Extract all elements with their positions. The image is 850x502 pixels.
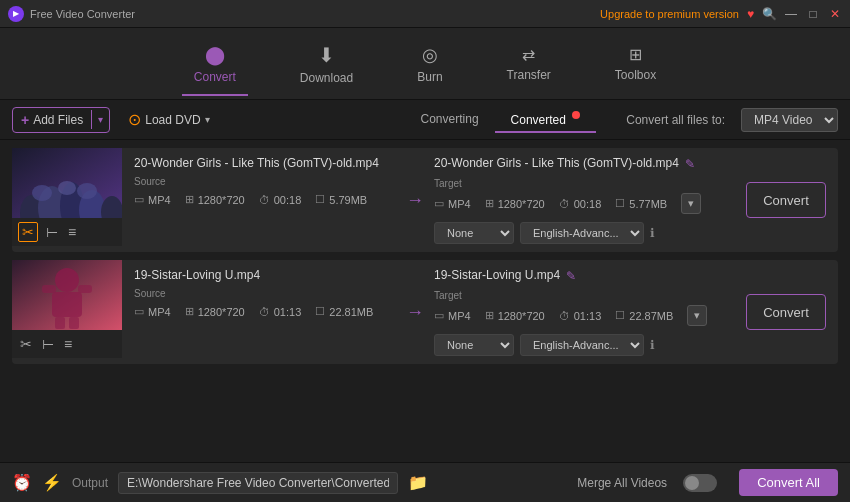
thumb-image-1 bbox=[12, 148, 122, 218]
target-format-row-1: ▭ MP4 ⊞ 1280*720 ⏱ 00:18 ☐ 5.77MB ▾ bbox=[434, 193, 734, 214]
tgt-res-icon-1: ⊞ bbox=[485, 197, 494, 210]
cut-icon-1[interactable]: ✂ bbox=[18, 222, 38, 242]
convert-all-files-label: Convert all files to: bbox=[626, 113, 725, 127]
upgrade-link[interactable]: Upgrade to premium version bbox=[600, 8, 739, 20]
bottom-bar: ⏰ ⚡ Output 📁 Merge All Videos Convert Al… bbox=[0, 462, 850, 502]
edit-icon-1[interactable]: ✎ bbox=[685, 157, 695, 171]
subtitle-row-2: None English-Advanc... ℹ bbox=[434, 334, 734, 356]
merge-label: Merge All Videos bbox=[577, 476, 667, 490]
output-path-input[interactable] bbox=[118, 472, 398, 494]
add-files-dropdown-button[interactable]: ▾ bbox=[91, 110, 109, 129]
source-label-1: Source bbox=[134, 176, 384, 187]
tgt-format-icon-2: ▭ bbox=[434, 309, 444, 322]
dur-icon-1: ⏱ bbox=[259, 194, 270, 206]
target-format-1: ▭ MP4 bbox=[434, 197, 471, 210]
info-icon-1[interactable]: ℹ bbox=[650, 226, 655, 240]
format-icon-1: ▭ bbox=[134, 193, 144, 206]
app-logo: ▶ bbox=[8, 6, 24, 22]
toolbox-nav-icon: ⊞ bbox=[629, 45, 642, 64]
audio-select-2[interactable]: English-Advanc... bbox=[520, 334, 644, 356]
load-dvd-label: Load DVD bbox=[145, 113, 200, 127]
toolbar: + Add Files ▾ ⊙ Load DVD ▾ Converting Co… bbox=[0, 100, 850, 140]
tgt-format-icon-1: ▭ bbox=[434, 197, 444, 210]
svg-point-10 bbox=[55, 268, 79, 292]
thumbnail-2: ✂ ⊢ ≡ bbox=[12, 260, 122, 364]
thumb-actions-1: ✂ ⊢ ≡ bbox=[12, 218, 122, 246]
add-files-button[interactable]: + Add Files bbox=[13, 108, 91, 132]
res-icon-1: ⊞ bbox=[185, 193, 194, 206]
source-size-2: ☐ 22.81MB bbox=[315, 305, 373, 318]
source-meta-row-1: ▭ MP4 ⊞ 1280*720 ⏱ 00:18 ☐ 5.79MB bbox=[134, 193, 384, 206]
convert-button-1[interactable]: Convert bbox=[746, 182, 826, 218]
nav-burn[interactable]: ◎ Burn bbox=[405, 38, 454, 90]
toggle-knob bbox=[685, 476, 699, 490]
source-size-1: ☐ 5.79MB bbox=[315, 193, 367, 206]
nav-download[interactable]: ⬇ Download bbox=[288, 37, 365, 91]
nav-toolbox[interactable]: ⊞ Toolbox bbox=[603, 39, 668, 88]
subtitle-select-1[interactable]: None bbox=[434, 222, 514, 244]
maximize-button[interactable]: □ bbox=[806, 7, 820, 21]
tab-converted[interactable]: Converted bbox=[495, 107, 597, 133]
tab-converting[interactable]: Converting bbox=[405, 108, 495, 132]
flash-icon[interactable]: ⚡ bbox=[42, 473, 62, 492]
add-files-group: + Add Files ▾ bbox=[12, 107, 110, 133]
download-nav-icon: ⬇ bbox=[318, 43, 335, 67]
subtitle-select-2[interactable]: None bbox=[434, 334, 514, 356]
edit-icon-2[interactable]: ✎ bbox=[566, 269, 576, 283]
tgt-res-icon-2: ⊞ bbox=[485, 309, 494, 322]
format-icon-2: ▭ bbox=[134, 305, 144, 318]
merge-toggle[interactable] bbox=[683, 474, 717, 492]
close-button[interactable]: ✕ bbox=[828, 7, 842, 21]
nav-convert[interactable]: ⬤ Convert bbox=[182, 38, 248, 90]
audio-select-1[interactable]: English-Advanc... bbox=[520, 222, 644, 244]
target-format-dropdown-2[interactable]: ▾ bbox=[687, 305, 707, 326]
subtitle-row-1: None English-Advanc... ℹ bbox=[434, 222, 734, 244]
tgt-dur-icon-1: ⏱ bbox=[559, 198, 570, 210]
tgt-dur-icon-2: ⏱ bbox=[559, 310, 570, 322]
burn-nav-icon: ◎ bbox=[422, 44, 438, 66]
svg-rect-13 bbox=[78, 285, 92, 293]
nav-download-label: Download bbox=[300, 71, 353, 85]
crop-icon-2[interactable]: ⊢ bbox=[40, 334, 56, 354]
cut-icon-2[interactable]: ✂ bbox=[18, 334, 34, 354]
settings-icon-2[interactable]: ≡ bbox=[62, 334, 74, 354]
app-title: Free Video Converter bbox=[30, 8, 135, 20]
target-duration-2: ⏱ 01:13 bbox=[559, 310, 602, 322]
minimize-button[interactable]: — bbox=[784, 7, 798, 21]
clock-icon[interactable]: ⏰ bbox=[12, 473, 32, 492]
tgt-size-icon-1: ☐ bbox=[615, 197, 625, 210]
target-file-name-1: 20-Wonder Girls - Like This (GomTV)-old.… bbox=[434, 156, 679, 170]
size-icon-2: ☐ bbox=[315, 305, 325, 318]
thumbnail-1: ✂ ⊢ ≡ bbox=[12, 148, 122, 252]
settings-icon-1[interactable]: ≡ bbox=[66, 222, 78, 242]
converted-badge bbox=[572, 111, 580, 119]
source-resolution-2: ⊞ 1280*720 bbox=[185, 305, 245, 318]
convert-button-2[interactable]: Convert bbox=[746, 294, 826, 330]
folder-icon[interactable]: 📁 bbox=[408, 473, 428, 492]
svg-point-7 bbox=[58, 181, 76, 195]
nav-transfer[interactable]: ⇄ Transfer bbox=[495, 39, 563, 88]
target-name-row-2: 19-Sistar-Loving U.mp4 ✎ bbox=[434, 268, 734, 284]
target-label-2: Target bbox=[434, 290, 734, 301]
target-format-row-2: ▭ MP4 ⊞ 1280*720 ⏱ 01:13 ☐ 22.87MB ▾ bbox=[434, 305, 734, 326]
svg-point-6 bbox=[32, 185, 52, 201]
source-duration-2: ⏱ 01:13 bbox=[259, 306, 302, 318]
search-title-icon[interactable]: 🔍 bbox=[762, 7, 776, 21]
thumb-actions-2: ✂ ⊢ ≡ bbox=[12, 330, 122, 358]
nav-convert-label: Convert bbox=[194, 70, 236, 84]
target-resolution-2: ⊞ 1280*720 bbox=[485, 309, 545, 322]
info-icon-2[interactable]: ℹ bbox=[650, 338, 655, 352]
target-format-dropdown-1[interactable]: ▾ bbox=[681, 193, 701, 214]
file-name-2: 19-Sistar-Loving U.mp4 bbox=[134, 268, 384, 282]
tab-group: Converting Converted bbox=[405, 107, 597, 133]
load-dvd-button[interactable]: ⊙ Load DVD ▾ bbox=[120, 106, 217, 133]
source-meta-row-2: ▭ MP4 ⊞ 1280*720 ⏱ 01:13 ☐ 22.81MB bbox=[134, 305, 384, 318]
crop-icon-1[interactable]: ⊢ bbox=[44, 222, 60, 242]
transfer-nav-icon: ⇄ bbox=[522, 45, 535, 64]
target-size-2: ☐ 22.87MB bbox=[615, 309, 673, 322]
format-select[interactable]: MP4 Video bbox=[741, 108, 838, 132]
tgt-size-icon-2: ☐ bbox=[615, 309, 625, 322]
convert-all-button[interactable]: Convert All bbox=[739, 469, 838, 496]
add-files-label: Add Files bbox=[33, 113, 83, 127]
file-item-1: ✂ ⊢ ≡ 20-Wonder Girls - Like This (GomTV… bbox=[12, 148, 838, 252]
